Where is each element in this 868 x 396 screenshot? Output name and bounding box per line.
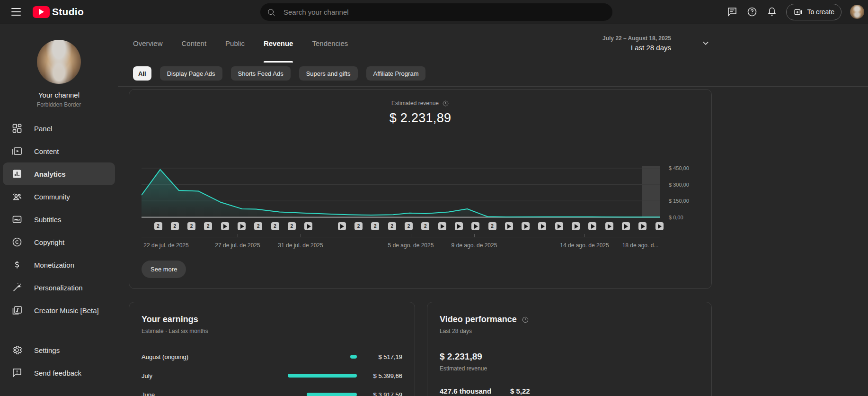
creator-music-icon (11, 305, 23, 316)
sidebar-item-content[interactable]: Content (0, 140, 118, 162)
sidebar-item-send-feedback[interactable]: Send feedback (0, 361, 118, 384)
video-count-badge: 2 (374, 224, 377, 229)
video-thumbnail-marker[interactable] (572, 222, 580, 230)
video-count-badge: 2 (357, 224, 360, 229)
play-icon (474, 224, 478, 229)
clock-icon (522, 316, 529, 324)
video-thumbnail-marker[interactable] (588, 222, 596, 230)
y-tick-label: $ 300,00 (669, 182, 689, 188)
date-range-selector[interactable]: July 22 – August 18, 2025 Last 28 days (602, 35, 712, 52)
see-more-button[interactable]: See more (142, 261, 186, 278)
sidebar-item-settings[interactable]: Settings (0, 339, 118, 361)
tab-revenue[interactable]: Revenue (264, 24, 293, 63)
video-thumbnail-marker[interactable]: 2 (488, 222, 496, 230)
monetization-icon (11, 259, 23, 270)
sidebar-item-label: Copyright (34, 238, 64, 246)
performance-title: Video performance (440, 315, 517, 324)
video-thumbnail-marker[interactable] (555, 222, 563, 230)
filter-chip-affiliate-program[interactable]: Affiliate Program (366, 66, 426, 81)
account-avatar[interactable] (850, 5, 864, 19)
chevron-down-icon (700, 38, 711, 48)
filter-chip-display-page-ads[interactable]: Display Page Ads (160, 66, 222, 81)
video-count-badge: 2 (274, 224, 276, 229)
video-thumbnail-marker[interactable]: 2 (171, 222, 179, 230)
video-thumbnail-marker[interactable] (221, 222, 229, 230)
video-thumbnail-marker[interactable] (622, 222, 630, 230)
video-thumbnail-marker[interactable] (522, 222, 530, 230)
sidebar-item-monetization[interactable]: Monetization (0, 253, 118, 276)
sidebar-item-panel[interactable]: Panel (0, 117, 118, 140)
tabs-divider (118, 86, 868, 87)
video-thumbnail-marker[interactable]: 2 (421, 222, 429, 230)
sidebar-item-creator-music-beta[interactable]: Creator Music [Beta] (0, 299, 118, 322)
tab-tendencies[interactable]: Tendencies (312, 24, 348, 63)
earnings-bar (350, 355, 357, 359)
filter-chip-shorts-feed-ads[interactable]: Shorts Feed Ads (231, 66, 291, 81)
content-icon (11, 145, 23, 157)
copyright-icon (11, 236, 23, 248)
video-thumbnail-marker[interactable] (538, 222, 546, 230)
video-thumbnail-marker[interactable] (438, 222, 446, 230)
menu-icon[interactable] (11, 8, 21, 16)
tab-overview[interactable]: Overview (133, 24, 163, 63)
video-thumbnail-marker[interactable]: 2 (271, 222, 279, 230)
x-tick-label: 9 de ago. de 2025 (452, 242, 497, 249)
main-content: OverviewContentPublicRevenueTendencies J… (118, 24, 868, 396)
sidebar-item-label: Monetization (34, 261, 74, 269)
video-thumbnail-marker[interactable] (605, 222, 613, 230)
sidebar-item-subtitles[interactable]: Subtitles (0, 208, 118, 231)
personalization-icon (11, 282, 23, 293)
sidebar-item-community[interactable]: Community (0, 185, 118, 208)
community-icon (11, 191, 23, 202)
sidebar-item-copyright[interactable]: Copyright (0, 231, 118, 253)
tab-content[interactable]: Content (182, 24, 207, 63)
earnings-month-label: August (ongoing) (142, 353, 286, 360)
topbar-actions: To create (726, 0, 864, 24)
notifications-bell-icon[interactable] (766, 6, 778, 18)
video-count-badge: 2 (190, 224, 193, 229)
video-thumbnail-marker[interactable] (505, 222, 513, 230)
x-tick (474, 234, 475, 237)
tab-public[interactable]: Public (225, 24, 245, 63)
earnings-bar (288, 374, 357, 378)
channel-avatar[interactable] (37, 40, 81, 84)
create-button[interactable]: To create (786, 4, 841, 20)
earnings-subtitle: Estimate · Last six months (142, 328, 402, 334)
video-thumbnail-marker[interactable]: 2 (288, 222, 296, 230)
video-thumbnail-marker[interactable] (471, 222, 479, 230)
youtube-play-icon (33, 6, 50, 18)
video-thumbnail-marker[interactable] (638, 222, 647, 230)
video-thumbnail-marker[interactable] (455, 222, 463, 230)
help-icon[interactable] (746, 6, 758, 18)
video-thumbnail-marker[interactable]: 2 (154, 222, 162, 230)
video-thumbnail-marker[interactable] (338, 222, 346, 230)
video-thumbnail-marker[interactable]: 2 (187, 222, 195, 230)
earnings-amount: $ 5.399,66 (363, 372, 402, 379)
brand-title: Studio (52, 6, 84, 18)
play-icon (541, 224, 545, 229)
filter-chip-all[interactable]: All (133, 66, 151, 81)
sidebar-item-label: Creator Music [Beta] (34, 306, 99, 315)
video-thumbnail-marker[interactable]: 2 (204, 222, 212, 230)
video-thumbnail-marker[interactable]: 2 (371, 222, 379, 230)
sidebar-item-personalization[interactable]: Personalization (0, 276, 118, 299)
video-thumbnail-marker[interactable]: 2 (354, 222, 363, 230)
filter-chip-supers-and-gifts[interactable]: Supers and gifts (299, 66, 358, 81)
performance-stats: 427.6 thousand Views $ 5,22 Revenue per … (440, 387, 699, 396)
video-thumbnail-marker[interactable] (655, 222, 664, 230)
video-thumbnail-marker[interactable]: 2 (388, 222, 396, 230)
search-input[interactable] (283, 8, 586, 16)
comments-icon[interactable] (726, 6, 738, 18)
youtube-studio-logo[interactable]: Studio (33, 6, 84, 18)
video-thumbnail-marker[interactable] (304, 222, 312, 230)
sidebar-footer: Settings Send feedback (0, 339, 118, 384)
x-tick (411, 234, 411, 237)
video-thumbnail-marker[interactable]: 2 (405, 222, 413, 230)
video-thumbnail-marker[interactable] (238, 222, 246, 230)
x-tick-label: 31 de jul. de 2025 (278, 242, 323, 249)
play-icon (641, 224, 645, 229)
sidebar-item-analytics[interactable]: Analytics (3, 162, 115, 185)
video-thumbnail-marker[interactable]: 2 (254, 222, 262, 230)
play-icon (558, 224, 561, 229)
search-bar[interactable] (260, 3, 612, 21)
